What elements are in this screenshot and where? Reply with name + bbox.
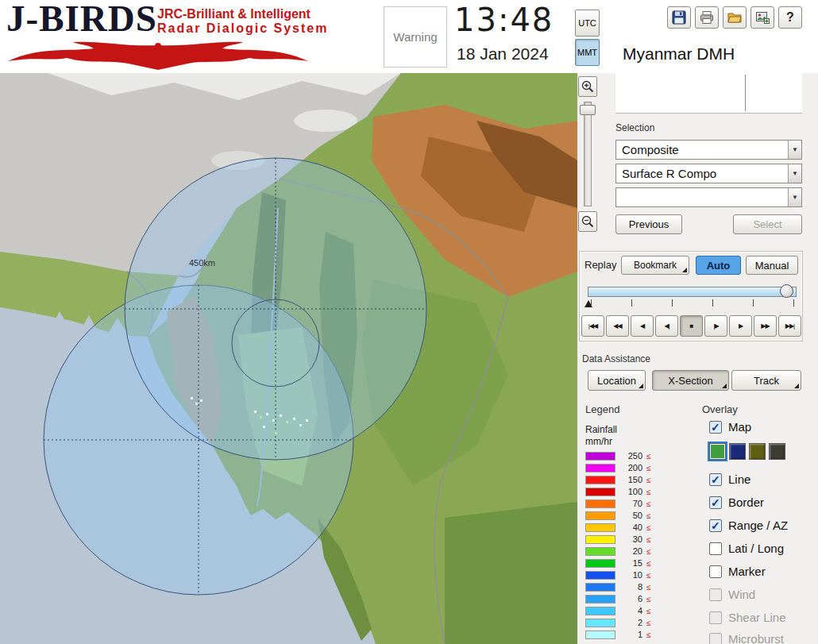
checkbox[interactable]: ✓ — [709, 473, 722, 486]
replay-label: Replay — [585, 259, 616, 271]
playback-reverse-button[interactable]: ◀ — [631, 315, 654, 337]
mmt-button[interactable]: MMT — [575, 39, 600, 66]
utc-button[interactable]: UTC — [575, 10, 600, 37]
open-folder-button[interactable] — [723, 6, 747, 29]
legend-color-swatch — [585, 631, 615, 639]
save-button[interactable] — [667, 6, 691, 29]
chevron-down-icon[interactable]: ▼ — [788, 141, 801, 159]
eagle-logo-icon — [6, 40, 310, 70]
manual-button[interactable]: Manual — [746, 256, 798, 275]
menu-corner-icon — [722, 384, 727, 388]
legend-color-swatch — [585, 523, 615, 532]
empty-dropdown[interactable]: ▼ — [615, 187, 802, 207]
image-add-button[interactable] — [750, 6, 774, 29]
chevron-down-icon[interactable]: ▼ — [788, 164, 801, 183]
lte-icon: ≤ — [646, 535, 651, 544]
bookmark-button[interactable]: Bookmark — [621, 256, 689, 275]
zoom-in-button[interactable] — [578, 76, 597, 97]
checkbox[interactable]: ✓ — [709, 565, 722, 578]
zoom-slider-thumb[interactable] — [580, 105, 596, 115]
print-icon — [699, 10, 715, 25]
lte-icon: ≤ — [646, 523, 651, 532]
help-icon: ? — [786, 10, 794, 25]
organization-name: Myanmar DMH — [623, 44, 735, 64]
checkbox[interactable]: ✓ — [709, 421, 722, 434]
lte-icon: ≤ — [646, 559, 651, 568]
playback-jump-end-button[interactable]: ▶▶| — [778, 315, 801, 337]
overlay-label: Overlay — [702, 403, 738, 415]
legend-color-swatch — [585, 547, 615, 556]
data-assistance-label: Data Assistance — [582, 353, 650, 364]
lte-icon: ≤ — [646, 499, 651, 508]
replay-slider-thumb[interactable] — [780, 284, 793, 298]
product-dropdown[interactable]: Surface R Compo ▼ — [615, 164, 802, 183]
legend-color-swatch — [585, 535, 615, 544]
map-style-swatch-gray[interactable] — [769, 443, 785, 460]
location-button[interactable]: Location — [588, 370, 646, 391]
checkbox[interactable]: ✓ — [709, 496, 722, 509]
legend-color-swatch — [585, 499, 615, 508]
zoom-out-button[interactable] — [578, 211, 597, 232]
replay-panel: Replay Bookmark Auto Manual |◀◀ ◀◀ ◀ ◀| … — [579, 251, 803, 341]
legend-color-swatch — [585, 476, 615, 484]
warning-indicator: Warning — [384, 6, 447, 67]
lte-icon: ≤ — [646, 631, 651, 639]
lte-icon: ≤ — [646, 476, 651, 484]
lte-icon: ≤ — [646, 464, 651, 472]
zoom-slider-track[interactable] — [584, 102, 592, 206]
composite-dropdown[interactable]: Composite ▼ — [615, 140, 802, 160]
zoom-in-icon — [581, 79, 595, 94]
previous-button[interactable]: Previous — [615, 214, 682, 234]
playback-stop-button[interactable]: ■ — [680, 315, 703, 337]
legend-title: Rainfall — [585, 424, 617, 435]
print-button[interactable] — [695, 6, 719, 29]
lte-icon: ≤ — [646, 571, 651, 580]
legend-color-swatch — [585, 607, 615, 615]
select-button[interactable]: Select — [733, 214, 802, 234]
checkbox[interactable]: ✓ — [709, 542, 722, 555]
help-button[interactable]: ? — [778, 6, 802, 29]
replay-slider-track[interactable] — [588, 287, 797, 297]
playback-step-back-button[interactable]: ◀| — [655, 315, 678, 337]
legend-color-swatch — [585, 595, 615, 604]
playback-jump-start-button[interactable]: |◀◀ — [581, 315, 604, 337]
playback-step-forward-button[interactable]: |▶ — [704, 315, 727, 337]
map-style-swatch-navy[interactable] — [729, 443, 746, 460]
slider-tick — [591, 299, 592, 307]
legend-unit: mm/hr — [585, 436, 612, 447]
header-bar: J-BIRDS JRC-Brilliant & Intelligent Rada… — [0, 0, 818, 73]
lte-icon: ≤ — [646, 452, 651, 461]
chevron-down-icon[interactable]: ▼ — [788, 188, 801, 206]
radar-map[interactable]: 450km — [0, 73, 577, 644]
zoom-out-icon — [581, 214, 595, 229]
auto-button[interactable]: Auto — [696, 256, 741, 275]
slider-tick — [672, 299, 673, 307]
app-logo-title: J-BIRDS — [6, 0, 157, 40]
map-style-swatch-green[interactable] — [709, 443, 726, 460]
checkbox[interactable]: ✓ — [709, 519, 722, 532]
lte-icon: ≤ — [646, 607, 651, 615]
image-add-icon — [754, 10, 770, 25]
checkbox: ✓ — [709, 633, 722, 644]
folder-open-icon — [727, 10, 743, 25]
control-panel: Selection Composite ▼ Surface R Compo ▼ … — [577, 73, 818, 644]
composite-dropdown-value: Composite — [616, 143, 788, 156]
selection-label: Selection — [615, 122, 654, 133]
menu-corner-icon — [794, 384, 799, 388]
track-button[interactable]: Track — [731, 370, 801, 391]
legend-label: Legend — [585, 403, 619, 415]
playback-fast-rewind-button[interactable]: ◀◀ — [606, 315, 629, 337]
info-area — [615, 73, 802, 114]
playback-play-button[interactable]: ▶ — [729, 315, 752, 337]
playback-fast-forward-button[interactable]: ▶▶ — [754, 315, 777, 337]
lte-icon: ≤ — [646, 583, 651, 592]
lte-icon: ≤ — [646, 547, 651, 556]
xsection-button[interactable]: X-Section — [652, 370, 729, 391]
slider-tick — [712, 299, 713, 307]
warning-label: Warning — [393, 30, 437, 44]
slider-tick — [631, 299, 632, 307]
legend-color-swatch — [585, 583, 615, 592]
lte-icon: ≤ — [646, 595, 651, 604]
product-dropdown-value: Surface R Compo — [616, 167, 788, 180]
map-style-swatch-olive[interactable] — [749, 443, 766, 460]
